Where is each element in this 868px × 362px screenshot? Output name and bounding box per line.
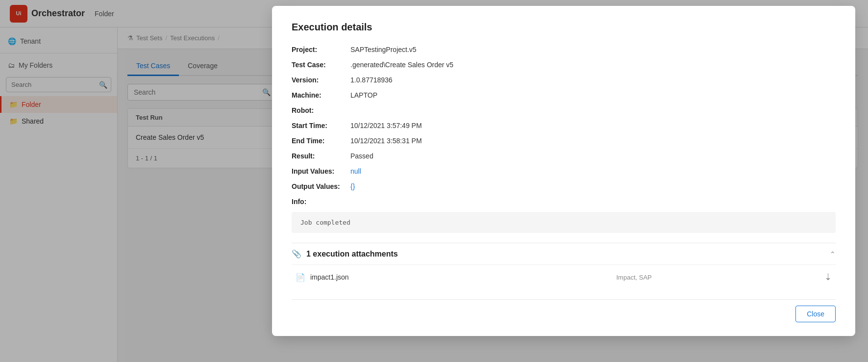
project-label: Project: <box>292 45 350 55</box>
info-label: Info: <box>292 197 350 207</box>
detail-output-values: Output Values: {} <box>292 181 836 192</box>
download-icon[interactable]: ⇣ <box>824 272 832 283</box>
output-values-label: Output Values: <box>292 181 350 192</box>
chevron-up-icon[interactable]: ⌃ <box>830 250 836 258</box>
input-values-label: Input Values: <box>292 166 350 177</box>
attachment-filename: impact1.json <box>310 273 519 281</box>
detail-project: Project: SAPTestingProject.v5 <box>292 45 836 55</box>
execution-details-modal: Execution details Project: SAPTestingPro… <box>272 6 855 336</box>
detail-machine: Machine: LAPTOP <box>292 90 836 101</box>
modal-footer: Close <box>292 299 836 322</box>
attachment-tags: Impact, SAP <box>617 274 825 281</box>
test-case-label: Test Case: <box>292 60 350 70</box>
attachment-clip-icon: 📎 <box>292 249 301 259</box>
close-button[interactable]: Close <box>795 306 836 322</box>
info-content-box: Job completed <box>292 212 836 233</box>
attachments-title: 📎 1 execution attachments <box>292 249 398 259</box>
modal-title: Execution details <box>292 22 836 33</box>
detail-end-time: End Time: 10/12/2021 3:58:31 PM <box>292 136 836 146</box>
version-value: 1.0.87718936 <box>350 75 393 85</box>
attachments-header: 📎 1 execution attachments ⌃ <box>292 243 836 264</box>
detail-robot: Robot: <box>292 105 836 116</box>
result-value: Passed <box>350 151 373 161</box>
attachments-section: 📎 1 execution attachments ⌃ 📄 impact1.js… <box>292 243 836 289</box>
machine-value: LAPTOP <box>350 90 377 101</box>
start-time-value: 10/12/2021 3:57:49 PM <box>350 121 422 131</box>
attachments-title-text: 1 execution attachments <box>306 250 398 259</box>
start-time-label: Start Time: <box>292 121 350 131</box>
version-label: Version: <box>292 75 350 85</box>
project-value: SAPTestingProject.v5 <box>350 45 417 55</box>
test-case-value: .generated\Create Sales Order v5 <box>350 60 453 70</box>
detail-info: Info: <box>292 197 836 207</box>
detail-start-time: Start Time: 10/12/2021 3:57:49 PM <box>292 121 836 131</box>
machine-label: Machine: <box>292 90 350 101</box>
output-values-value: {} <box>350 181 355 192</box>
detail-version: Version: 1.0.87718936 <box>292 75 836 85</box>
result-label: Result: <box>292 151 350 161</box>
detail-result: Result: Passed <box>292 151 836 161</box>
end-time-value: 10/12/2021 3:58:31 PM <box>350 136 422 146</box>
file-icon: 📄 <box>296 273 305 282</box>
attachment-row: 📄 impact1.json Impact, SAP ⇣ <box>292 264 836 289</box>
input-values-value: null <box>350 166 361 177</box>
end-time-label: End Time: <box>292 136 350 146</box>
detail-input-values: Input Values: null <box>292 166 836 177</box>
detail-test-case: Test Case: .generated\Create Sales Order… <box>292 60 836 70</box>
robot-label: Robot: <box>292 105 350 116</box>
